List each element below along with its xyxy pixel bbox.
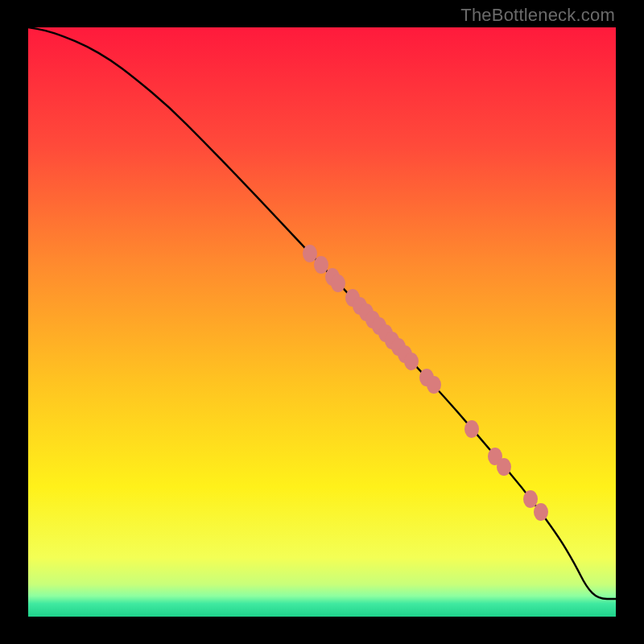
main-curve xyxy=(28,27,616,599)
data-point xyxy=(427,376,441,394)
curve-layer xyxy=(28,27,616,617)
data-point xyxy=(404,353,419,370)
watermark-text: TheBottleneck.com xyxy=(460,5,615,26)
chart-stage: TheBottleneck.com xyxy=(0,0,644,644)
plot-area xyxy=(28,27,616,617)
